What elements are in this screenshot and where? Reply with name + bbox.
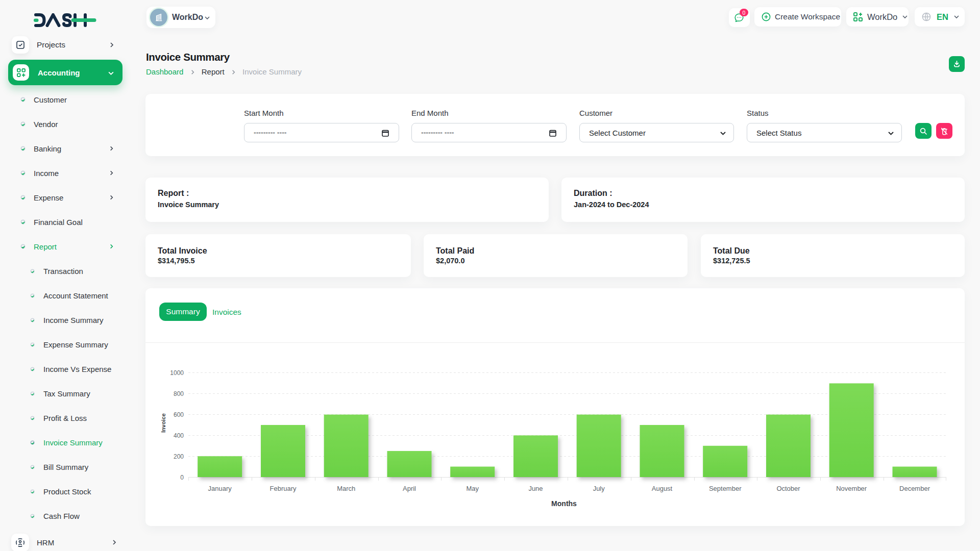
svg-text:600: 600 xyxy=(174,411,184,418)
svg-text:200: 200 xyxy=(174,453,184,460)
svg-text:1000: 1000 xyxy=(170,369,184,377)
svg-text:Months: Months xyxy=(551,499,577,508)
svg-text:Invoice: Invoice xyxy=(160,413,166,433)
svg-text:December: December xyxy=(899,485,930,492)
svg-text:February: February xyxy=(270,485,297,492)
svg-text:March: March xyxy=(337,485,355,492)
svg-text:January: January xyxy=(208,485,232,492)
svg-text:June: June xyxy=(528,485,543,492)
svg-text:0: 0 xyxy=(180,474,184,481)
svg-text:April: April xyxy=(403,485,416,492)
svg-text:October: October xyxy=(776,485,800,492)
svg-text:July: July xyxy=(593,485,605,492)
svg-text:November: November xyxy=(836,485,867,492)
svg-text:400: 400 xyxy=(174,432,184,439)
svg-text:May: May xyxy=(466,485,479,492)
svg-text:800: 800 xyxy=(174,390,184,397)
svg-text:August: August xyxy=(652,485,673,492)
svg-text:September: September xyxy=(709,485,742,492)
